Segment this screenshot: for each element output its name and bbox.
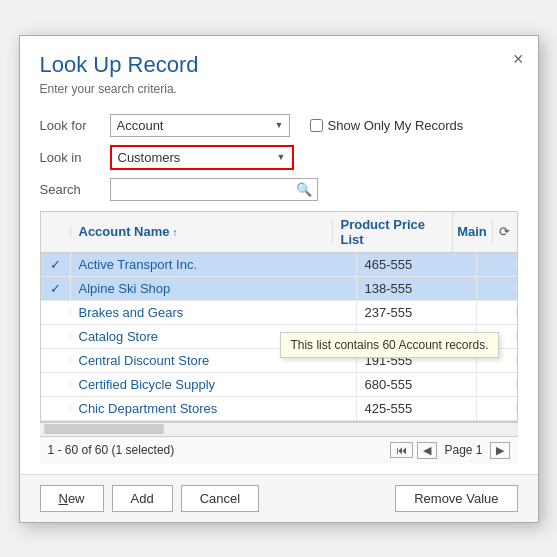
look-in-controls: Customers <box>110 145 518 170</box>
tooltip-box: This list contains 60 Account records. <box>280 332 498 358</box>
th-product-price-list[interactable]: Product Price List <box>333 212 453 252</box>
td-main <box>477 284 517 292</box>
table-row[interactable]: Chic Department Stores 425-555 <box>41 397 517 421</box>
td-account-name: Active Transport Inc. <box>71 253 357 276</box>
th-main: Main <box>453 219 493 244</box>
dialog-body: Look for Account Show Only My Records Lo… <box>20 104 538 474</box>
close-button[interactable]: × <box>513 50 524 68</box>
search-label: Search <box>40 182 110 197</box>
td-price: 425-555 <box>357 397 477 420</box>
pagination-next-button[interactable]: ▶ <box>490 442 510 459</box>
pagination-prev-button[interactable]: ◀ <box>417 442 437 459</box>
th-check <box>41 227 71 237</box>
look-in-select[interactable]: Customers <box>112 147 292 168</box>
table-row[interactable]: ✓ Active Transport Inc. 465-555 <box>41 253 517 277</box>
lookup-record-dialog: Look Up Record Enter your search criteri… <box>19 35 539 523</box>
look-for-row: Look for Account Show Only My Records <box>40 114 518 137</box>
td-account-name: Certified Bicycle Supply <box>71 373 357 396</box>
td-check <box>41 380 71 388</box>
search-row: Search 🔍 <box>40 178 518 201</box>
td-price: 138-555 <box>357 277 477 300</box>
td-check: ✓ <box>41 277 71 300</box>
look-in-row: Look in Customers <box>40 145 518 170</box>
table-header: Account Name↑ Product Price List Main ⟳ <box>41 212 517 253</box>
td-account-name: Alpine Ski Shop <box>71 277 357 300</box>
pagination-first-button[interactable]: ⏮ <box>390 442 413 458</box>
table-row[interactable]: ✓ Alpine Ski Shop 138-555 <box>41 277 517 301</box>
remove-value-button[interactable]: Remove Value <box>395 485 517 512</box>
td-main <box>477 404 517 412</box>
td-check <box>41 356 71 364</box>
look-in-label: Look in <box>40 150 110 165</box>
search-input-wrapper: 🔍 <box>110 178 318 201</box>
refresh-icon[interactable]: ⟳ <box>493 219 517 244</box>
td-account-name: Brakes and Gears <box>71 301 357 324</box>
hscroll-thumb[interactable] <box>44 424 164 434</box>
sort-arrow-icon: ↑ <box>173 227 178 238</box>
dialog-footer: New Add Cancel Remove Value <box>20 474 538 522</box>
dialog-subtitle: Enter your search criteria. <box>40 82 518 96</box>
horizontal-scrollbar[interactable] <box>40 422 518 436</box>
pagination-info: 1 - 60 of 60 (1 selected) <box>48 443 175 457</box>
td-price: 465-555 <box>357 253 477 276</box>
td-main <box>477 380 517 388</box>
new-button[interactable]: New <box>40 485 104 512</box>
table-row[interactable]: Certified Bicycle Supply 680-555 <box>41 373 517 397</box>
td-main <box>477 308 517 316</box>
table-row[interactable]: Brakes and Gears 237-555 <box>41 301 517 325</box>
td-main <box>477 260 517 268</box>
look-in-inner-wrapper: Customers <box>112 147 292 168</box>
td-check <box>41 332 71 340</box>
td-check: ✓ <box>41 253 71 276</box>
dialog-header: Look Up Record Enter your search criteri… <box>20 36 538 104</box>
look-for-select[interactable]: Account <box>110 114 290 137</box>
th-account-name[interactable]: Account Name↑ <box>71 219 333 244</box>
look-for-label: Look for <box>40 118 110 133</box>
pagination-page-label: Page 1 <box>444 443 482 457</box>
look-in-select-wrapper: Customers <box>110 145 294 170</box>
td-price: 237-555 <box>357 301 477 324</box>
search-controls: 🔍 <box>110 178 518 201</box>
td-account-name: Chic Department Stores <box>71 397 357 420</box>
search-input[interactable] <box>111 179 291 200</box>
dialog-title: Look Up Record <box>40 52 518 78</box>
add-button[interactable]: Add <box>112 485 173 512</box>
look-for-controls: Account Show Only My Records <box>110 114 518 137</box>
td-check <box>41 308 71 316</box>
results-table: Account Name↑ Product Price List Main ⟳ … <box>40 211 518 422</box>
show-only-my-records-label: Show Only My Records <box>310 118 464 133</box>
pagination-bar: 1 - 60 of 60 (1 selected) ⏮ ◀ Page 1 ▶ <box>40 436 518 464</box>
show-only-my-records-checkbox[interactable] <box>310 119 323 132</box>
search-icon-button[interactable]: 🔍 <box>291 180 317 199</box>
cancel-button[interactable]: Cancel <box>181 485 259 512</box>
pagination-controls: ⏮ ◀ Page 1 ▶ <box>390 442 509 459</box>
look-for-select-wrapper: Account <box>110 114 290 137</box>
td-price: 680-555 <box>357 373 477 396</box>
td-check <box>41 404 71 412</box>
